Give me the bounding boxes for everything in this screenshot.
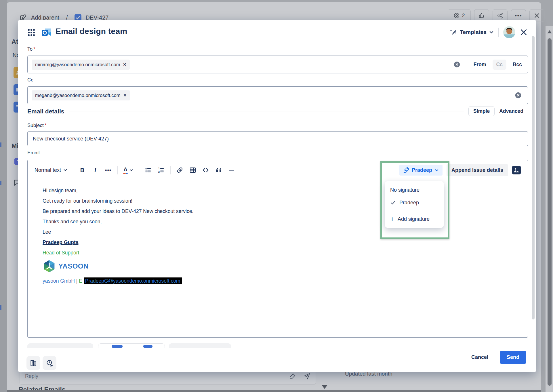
clear-cc-field-icon[interactable] bbox=[514, 92, 522, 99]
clear-to-field-icon[interactable] bbox=[453, 61, 461, 68]
required-asterisk: * bbox=[33, 46, 35, 52]
from-toggle-button[interactable]: From bbox=[474, 62, 486, 68]
menu-item-no-signature[interactable]: No signature bbox=[385, 184, 444, 196]
to-recipient-chip[interactable]: miriamg@yasoondemo.onmicrosoft.com ✕ bbox=[32, 60, 130, 70]
cc-toggle-button[interactable]: Cc bbox=[493, 60, 506, 70]
bcc-toggle-button[interactable]: Bcc bbox=[513, 62, 522, 68]
templates-button[interactable]: Templates bbox=[450, 28, 494, 36]
yasoon-logo: YASOON bbox=[43, 260, 513, 273]
signature-email-link[interactable]: PradeepG@yasoondemo.onmicrosoft.com bbox=[84, 277, 182, 284]
hidden-card bbox=[27, 343, 93, 348]
menu-item-label: Pradeep bbox=[399, 200, 419, 206]
menu-divider bbox=[385, 211, 444, 211]
close-modal-icon[interactable] bbox=[520, 28, 527, 36]
company-link[interactable]: yasoon GmbH bbox=[43, 278, 75, 284]
email-editor: Normal text B I ••• A 12 bbox=[27, 160, 528, 338]
signature-dropdown-button[interactable]: Pradeep bbox=[399, 165, 443, 176]
outlook-icon bbox=[41, 27, 52, 38]
edit-icon[interactable] bbox=[289, 373, 296, 380]
more-formatting-button[interactable]: ••• bbox=[104, 166, 112, 174]
cancel-button[interactable]: Cancel bbox=[471, 354, 488, 360]
horizontal-rule-button[interactable] bbox=[228, 166, 235, 174]
menu-item-pradeep[interactable]: Pradeep bbox=[385, 196, 444, 209]
pen-nib-icon bbox=[403, 167, 409, 173]
bottom-panel-edge bbox=[7, 390, 541, 392]
bullet-list-button[interactable] bbox=[144, 166, 152, 174]
signature-name: Pradeep bbox=[412, 167, 432, 173]
chevron-down-icon bbox=[489, 30, 494, 35]
rail-marker bbox=[0, 181, 1, 185]
schedule-send-button[interactable] bbox=[43, 356, 56, 370]
chevron-down-icon bbox=[63, 168, 67, 172]
magic-pen-icon bbox=[450, 28, 457, 36]
divider bbox=[73, 166, 73, 174]
recipient-email: meganb@yasoondemo.onmicrosoft.com bbox=[35, 93, 120, 98]
subject-value: New checkout service (DEV-427) bbox=[33, 136, 109, 142]
remove-recipient-icon[interactable]: ✕ bbox=[123, 62, 127, 67]
scrollbar-up-arrow[interactable] bbox=[547, 30, 552, 33]
app-grid-icon[interactable] bbox=[27, 28, 35, 37]
subject-input[interactable]: New checkout service (DEV-427) bbox=[27, 131, 528, 146]
divider bbox=[170, 166, 171, 174]
code-button[interactable] bbox=[202, 166, 209, 174]
send-reply-icon[interactable] bbox=[304, 373, 310, 380]
cc-label: Cc bbox=[27, 77, 33, 83]
company-details-button[interactable] bbox=[26, 356, 40, 370]
menu-item-label: Add signature bbox=[398, 216, 430, 222]
send-button[interactable]: Send bbox=[500, 351, 526, 364]
advanced-tab[interactable]: Advanced bbox=[499, 108, 523, 114]
divider bbox=[69, 111, 464, 111]
chevron-down-icon bbox=[129, 168, 133, 172]
hidden-chip bbox=[112, 345, 123, 348]
numbered-list-button[interactable]: 12 bbox=[157, 166, 165, 174]
cc-recipient-chip[interactable]: meganb@yasoondemo.onmicrosoft.com ✕ bbox=[32, 90, 130, 100]
email-body-content[interactable]: Hi design team, Get ready for our brains… bbox=[28, 178, 528, 294]
page-scrollbar-thumb[interactable] bbox=[548, 38, 552, 386]
insert-image-button[interactable] bbox=[512, 166, 521, 174]
body-signoff: Lee bbox=[43, 227, 513, 237]
hidden-card bbox=[169, 343, 231, 348]
modal-scrollbar-thumb[interactable] bbox=[532, 36, 535, 319]
modal-title: Email design team bbox=[56, 27, 127, 36]
italic-button[interactable]: I bbox=[91, 166, 99, 174]
svg-text:1: 1 bbox=[158, 167, 160, 170]
divider bbox=[117, 166, 118, 174]
chevron-down-icon bbox=[434, 168, 439, 172]
table-button[interactable] bbox=[189, 166, 197, 174]
quote-button[interactable] bbox=[215, 166, 222, 174]
rail-marker bbox=[0, 142, 1, 147]
screen: Add parent / DEV-427 2 ••• bbox=[0, 0, 553, 392]
email-prefix: E bbox=[79, 278, 82, 284]
signature-name-text: Pradeep Gupta bbox=[43, 237, 513, 248]
collapse-triangle-icon[interactable] bbox=[322, 385, 327, 389]
text-color-button[interactable]: A bbox=[123, 166, 133, 174]
menu-item-label: No signature bbox=[390, 187, 419, 193]
menu-item-add-signature[interactable]: + Add signature bbox=[385, 213, 444, 225]
recipient-email: miriamg@yasoondemo.onmicrosoft.com bbox=[35, 62, 120, 67]
to-label: To* bbox=[27, 46, 35, 52]
remove-recipient-icon[interactable]: ✕ bbox=[123, 93, 127, 98]
append-issue-details-button[interactable]: Append issue details bbox=[447, 164, 508, 176]
jira-left-rail bbox=[0, 0, 7, 392]
yasoon-logo-text: YASOON bbox=[58, 262, 89, 270]
svg-text:2: 2 bbox=[158, 170, 160, 173]
reply-placeholder: Reply bbox=[25, 373, 38, 379]
divider bbox=[498, 28, 499, 37]
plus-icon: + bbox=[390, 216, 394, 222]
required-asterisk: * bbox=[45, 123, 47, 128]
templates-label: Templates bbox=[460, 29, 487, 35]
text-style-dropdown[interactable]: Normal text bbox=[35, 166, 67, 174]
subject-label: Subject* bbox=[27, 123, 46, 128]
to-input[interactable]: miriamg@yasoondemo.onmicrosoft.com ✕ Fro… bbox=[27, 56, 528, 73]
cc-input[interactable]: meganb@yasoondemo.onmicrosoft.com ✕ bbox=[27, 86, 528, 104]
link-button[interactable] bbox=[176, 166, 184, 174]
text-style-label: Normal text bbox=[35, 167, 61, 173]
rail-marker bbox=[0, 305, 1, 310]
user-avatar[interactable] bbox=[503, 26, 515, 38]
email-body-label: Email bbox=[27, 150, 40, 156]
bold-button[interactable]: B bbox=[79, 166, 86, 174]
yasoon-hexagon-icon bbox=[43, 260, 56, 273]
watchers-count: 2 bbox=[462, 13, 465, 19]
simple-tab[interactable]: Simple bbox=[468, 106, 495, 116]
signature-role-text: Head of Support bbox=[43, 248, 513, 258]
